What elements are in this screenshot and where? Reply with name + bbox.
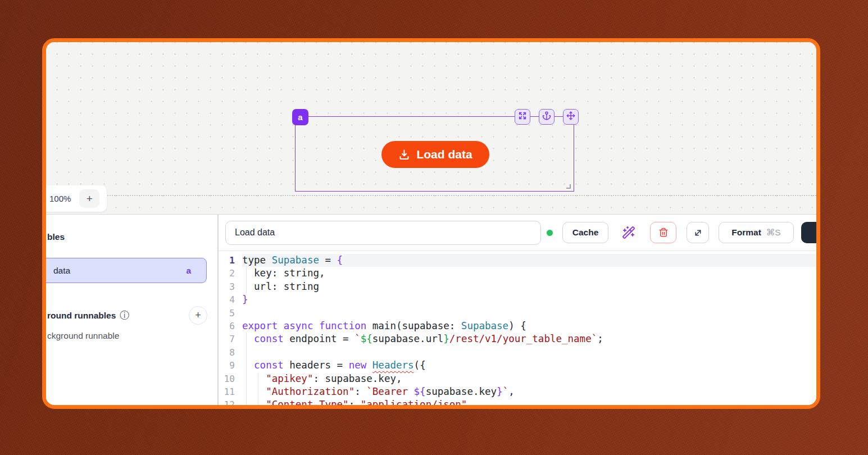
code-token: ` [503,386,509,397]
line-number: 3 [219,280,242,293]
editor-toolbar: Cache [219,215,816,251]
code-token: ) { [508,320,526,331]
code-line-content[interactable]: const endpoint = `${supabase.url}/rest/v… [242,333,816,345]
code-token: headers = [284,360,349,371]
line-number: 10 [219,372,242,385]
code-token: "Content-Type" [266,399,349,409]
format-button[interactable]: Format ⌘S [719,222,794,243]
indent-guide [246,385,247,398]
expand-icon [518,111,527,122]
expand-icon [693,228,703,238]
selected-component-outline[interactable]: a [295,116,574,192]
format-shortcut: ⌘S [766,228,781,238]
cache-button[interactable]: Cache [562,222,608,243]
code-line[interactable]: 4} [219,293,816,306]
background-runnables-empty-text: ckground runnable [47,331,119,341]
code-token: ({ [414,360,426,371]
code-token: } [497,386,503,397]
code-token: : [349,399,361,409]
background-runnables-header: round runnables [47,311,116,321]
run-button[interactable]: Run [801,222,816,243]
code-line-content[interactable]: "apikey": supabase.key, [242,372,816,385]
code-token: ${ [361,333,372,344]
line-number: 12 [219,398,242,409]
ai-wand-button[interactable] [620,224,637,241]
code-token [242,360,254,371]
anchor-icon [542,111,551,122]
download-icon [398,149,410,161]
component-expand-button[interactable] [515,109,530,125]
code-lines[interactable]: 1type Supabase = {2 key: string,3 url: s… [219,251,816,409]
sidebar-item-load-data[interactable]: data a [46,258,207,283]
code-line-content[interactable]: key: string, [242,267,816,280]
component-controls [515,109,579,125]
code-line-content[interactable]: "Content-Type": "application/json" [242,398,816,409]
code-token: main(supabase: [366,320,461,331]
delete-button[interactable] [650,222,676,243]
zoom-level: 100% [49,194,71,203]
component-resize-handle[interactable] [566,184,571,189]
code-token: endpoint = [284,333,355,344]
line-number: 6 [219,320,242,333]
code-line-content[interactable]: const headers = new Headers({ [242,359,816,372]
code-token: new [349,360,367,371]
component-move-button[interactable] [563,109,579,125]
app-window: a [42,38,820,409]
code-line[interactable]: 10 "apikey": supabase.key, [219,372,816,385]
code-token: supabase.key [426,386,497,397]
code-line[interactable]: 9 const headers = new Headers({ [219,359,816,372]
line-number: 8 [219,346,242,359]
sidebar-item-label: data [53,266,70,276]
code-line-content[interactable] [242,307,816,320]
runnables-sidebar: bles data a round runnables ⓘ + ckground… [46,215,217,409]
wand-icon [622,226,635,239]
code-token: key: string, [242,267,325,279]
code-token: : [355,386,366,397]
code-token: ${ [414,386,426,397]
add-background-runnable-button[interactable]: + [189,306,207,325]
code-line[interactable]: 1type Supabase = { [219,254,816,267]
background-runnables-header-row: round runnables ⓘ + [47,306,207,325]
code-line-content[interactable]: export async function main(supabase: Sup… [242,320,816,333]
indent-guide [258,385,258,398]
sidebar-item-badge: a [186,266,191,276]
code-token: "Authorization" [266,386,355,397]
code-token: const [254,333,284,344]
component-id-badge: a [292,109,308,125]
code-line[interactable]: 6export async function main(supabase: Su… [219,320,816,333]
code-line-content[interactable]: type Supabase = { [242,254,816,267]
load-data-button[interactable]: Load data [381,141,489,168]
runnables-section-header: bles [47,232,65,242]
code-line-content[interactable]: } [242,293,816,306]
code-line[interactable]: 11 "Authorization": `Bearer ${supabase.k… [219,385,816,398]
canvas-page-boundary [46,195,816,196]
code-line[interactable]: 7 const endpoint = `${supabase.url}/rest… [219,333,816,345]
code-line[interactable]: 5 [219,307,816,320]
code-token: const [254,360,284,371]
zoom-in-button[interactable]: + [79,189,99,208]
expand-editor-button[interactable] [687,222,709,243]
code-line[interactable]: 3 url: string [219,280,816,293]
info-icon[interactable]: ⓘ [120,311,129,320]
runnable-name-input[interactable] [225,221,541,245]
code-token [366,360,372,371]
component-anchor-button[interactable] [539,109,555,125]
indent-guide [258,398,258,409]
code-line[interactable]: 12 "Content-Type": "application/json" [219,398,816,409]
app-canvas[interactable]: a [46,42,816,214]
indent-guide [246,346,247,359]
code-line[interactable]: 8 [219,346,816,359]
indent-guide [246,398,247,409]
code-line-content[interactable] [242,346,816,359]
line-number: 1 [219,254,242,267]
code-line[interactable]: 2 key: string, [219,267,816,280]
code-token [242,333,254,344]
code-line-content[interactable]: "Authorization": `Bearer ${supabase.key}… [242,385,816,398]
status-dot [547,230,553,236]
indent-guide [246,359,247,372]
indent-guide [246,267,247,280]
code-line-content[interactable]: url: string [242,280,816,293]
code-token: "apikey" [266,373,313,384]
code-token: Headers [372,360,414,371]
code-token: Supabase [272,254,319,266]
